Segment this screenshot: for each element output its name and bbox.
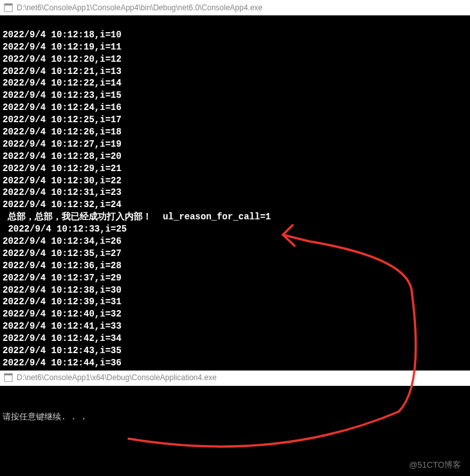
console-line: 2022/9/4 10:12:30,i=22 xyxy=(3,175,467,187)
console-window-2: D:\net6\ConsoleApp1\x64\Debug\ConsoleApp… xyxy=(0,371,470,476)
console-line: 2022/9/4 10:12:42,i=34 xyxy=(3,333,467,345)
console-line: 2022/9/4 10:12:26,i=18 xyxy=(3,126,467,138)
console-line: 2022/9/4 10:12:32,i=24 xyxy=(3,199,467,211)
app-icon xyxy=(4,3,13,12)
console-line: 总部，总部，我已经成功打入内部！ ul_reason_for_call=1 xyxy=(3,211,467,223)
app-icon xyxy=(4,373,13,382)
titlebar-2[interactable]: D:\net6\ConsoleApp1\x64\Debug\ConsoleApp… xyxy=(0,371,470,386)
console-line: 2022/9/4 10:12:39,i=31 xyxy=(3,296,467,308)
svg-rect-1 xyxy=(5,3,12,5)
console-line: 2022/9/4 10:12:24,i=16 xyxy=(3,102,467,114)
console-line: 2022/9/4 10:12:41,i=33 xyxy=(3,320,467,333)
console-line: 2022/9/4 10:12:19,i=11 xyxy=(3,41,467,53)
console-line: 2022/9/4 10:12:40,i=32 xyxy=(3,308,467,320)
titlebar-1[interactable]: D:\net6\ConsoleApp1\ConsoleApp4\bin\Debu… xyxy=(0,0,470,15)
console-line: 2022/9/4 10:12:34,i=26 xyxy=(3,235,467,248)
console-line: 2022/9/4 10:12:25,i=17 xyxy=(3,114,467,126)
console-line: 2022/9/4 10:12:44,i=36 xyxy=(3,357,467,369)
svg-rect-3 xyxy=(5,374,12,376)
console-line: 2022/9/4 10:12:23,i=15 xyxy=(3,89,467,102)
window-title-2: D:\net6\ConsoleApp1\x64\Debug\ConsoleApp… xyxy=(17,373,217,382)
console-line: 2022/9/4 10:12:33,i=25 xyxy=(3,223,467,235)
console-output-2[interactable]: 请按任意键继续. . . xyxy=(0,386,470,476)
console-line: 2022/9/4 10:12:29,i=21 xyxy=(3,163,467,175)
console-line: 2022/9/4 10:12:38,i=30 xyxy=(3,284,467,297)
console-line: 2022/9/4 10:12:35,i=27 xyxy=(3,248,467,260)
press-any-key-prompt: 请按任意键继续. . . xyxy=(3,412,467,423)
console-window-1: D:\net6\ConsoleApp1\ConsoleApp4\bin\Debu… xyxy=(0,0,470,371)
console-line: 2022/9/4 10:12:18,i=10 xyxy=(3,29,467,41)
console-line: 2022/9/4 10:12:36,i=28 xyxy=(3,260,467,272)
window-title-1: D:\net6\ConsoleApp1\ConsoleApp4\bin\Debu… xyxy=(17,3,262,12)
console-line: 2022/9/4 10:12:21,i=13 xyxy=(3,66,467,78)
watermark: @51CTO博客 xyxy=(409,459,461,471)
console-line: 2022/9/4 10:12:43,i=35 xyxy=(3,345,467,357)
console-line xyxy=(3,17,467,29)
console-line: 2022/9/4 10:12:27,i=19 xyxy=(3,138,467,151)
console-line: 2022/9/4 10:12:20,i=12 xyxy=(3,53,467,66)
console-output-1[interactable]: 2022/9/4 10:12:18,i=102022/9/4 10:12:19,… xyxy=(0,15,470,371)
console-line: 2022/9/4 10:12:37,i=29 xyxy=(3,272,467,284)
console-line: 2022/9/4 10:12:31,i=23 xyxy=(3,187,467,199)
console-line: 2022/9/4 10:12:22,i=14 xyxy=(3,77,467,89)
console-line: 2022/9/4 10:12:28,i=20 xyxy=(3,151,467,163)
